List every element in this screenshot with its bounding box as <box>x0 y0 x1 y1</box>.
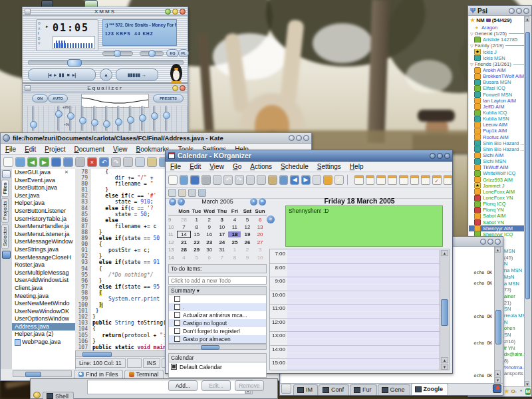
equalizer-toggle-button[interactable]: EQ <box>166 49 179 57</box>
file-item[interactable]: Meeting.java <box>12 293 75 301</box>
balance-slider[interactable] <box>140 51 164 56</box>
file-item[interactable]: UserOptionsWindow <box>12 315 75 323</box>
day-cell[interactable]: 24 <box>215 239 228 245</box>
find-icon[interactable] <box>279 175 289 185</box>
day-cell[interactable]: 5 <box>190 255 203 261</box>
slider-thumb[interactable] <box>55 110 63 118</box>
menu-schedule[interactable]: Schedule <box>281 163 309 170</box>
categories-icon[interactable] <box>198 189 206 197</box>
day-cell[interactable]: 28 <box>178 217 190 223</box>
day-matrix-icon[interactable] <box>188 189 196 197</box>
file-item[interactable]: Helper.java <box>12 200 75 207</box>
day-cell[interactable]: 6 <box>254 217 267 223</box>
next-year-button[interactable]: » <box>259 198 266 205</box>
open-icon[interactable] <box>180 175 189 185</box>
file-item[interactable]: UserEvent.java <box>12 177 75 185</box>
document-icon[interactable] <box>2 170 11 178</box>
tool-tab-terminal[interactable]: Terminal <box>124 370 164 378</box>
copy-icon[interactable] <box>135 157 145 167</box>
clutter-letter[interactable]: O <box>38 21 41 27</box>
paste-icon[interactable] <box>147 157 157 167</box>
todo-summary-column[interactable]: Summary ▾ <box>168 286 267 295</box>
xmms-titlebar[interactable]: XMMS <box>23 7 188 16</box>
day-cell[interactable]: 4 <box>228 217 241 223</box>
next-button[interactable]: ▸| <box>72 72 76 78</box>
file-item[interactable]: User.java <box>12 192 75 200</box>
calendar-resource-item[interactable]: Default Calendar <box>168 362 267 378</box>
maximize-button[interactable] <box>487 239 493 245</box>
terminal-scrollbar[interactable]: ▲ ▲ ▼ <box>494 247 502 383</box>
undo-icon[interactable]: ↶ <box>223 175 233 185</box>
equalizer-titlebar[interactable]: Equalizer <box>23 84 188 92</box>
agenda-expand-button[interactable]: « <box>267 215 275 223</box>
resource-checkbox[interactable] <box>171 364 177 370</box>
slider-thumb[interactable] <box>127 116 134 124</box>
eq-on-button[interactable]: ON <box>32 94 48 102</box>
todo-checkbox[interactable] <box>174 328 180 334</box>
day-cell[interactable]: 19 <box>241 231 253 237</box>
sidebar-tab-files[interactable]: Files <box>1 180 9 197</box>
slider-thumb[interactable] <box>151 112 158 120</box>
next-x-days-view-icon[interactable] <box>399 175 408 185</box>
sidebar-tab-projects[interactable]: Projects <box>1 198 9 223</box>
slider-thumb[interactable] <box>115 118 122 126</box>
hour-row[interactable] <box>287 264 440 278</box>
day-view-icon[interactable] <box>366 175 375 185</box>
print-icon[interactable] <box>201 175 211 185</box>
panel-close-icon[interactable]: ✕ <box>65 170 68 175</box>
equalizer-menu-icon[interactable] <box>25 85 31 91</box>
day-cell[interactable]: 13 <box>254 224 267 230</box>
new-window-icon[interactable] <box>313 175 322 185</box>
xmms-clutterbar[interactable]: OAIDV <box>38 21 41 47</box>
stop-button[interactable]: ■ <box>67 72 70 77</box>
konsole-icon[interactable] <box>493 384 501 393</box>
back-icon[interactable]: ◀ <box>27 157 37 167</box>
minimize-button[interactable] <box>480 239 486 245</box>
options-icon[interactable]: * <box>518 388 523 395</box>
eq-auto-button[interactable]: AUTO <box>48 94 68 102</box>
todo-list-view-icon[interactable]: ✓ <box>432 175 442 185</box>
file-item[interactable]: UserNewWindowOK <box>12 308 75 316</box>
agenda-scrollbar[interactable]: ▲ ▲ ▼ <box>440 250 449 370</box>
file-item[interactable]: UserMenuHandler.ja <box>12 223 75 231</box>
todo-check-icon[interactable]: ✓ <box>334 175 344 185</box>
menu-edit[interactable]: Edit <box>25 146 36 153</box>
save-as-icon[interactable] <box>63 157 73 167</box>
shuffle-repeat-controls[interactable]: ▮▮▮▮▮ → <box>116 68 158 81</box>
all-day-event[interactable]: Shennyshen! :D <box>285 205 443 247</box>
prev-year-button[interactable]: « <box>169 198 176 205</box>
copy-icon[interactable] <box>257 175 266 185</box>
new-session-button[interactable] <box>281 384 291 394</box>
hour-row[interactable] <box>287 346 440 360</box>
eq-band-slider[interactable] <box>93 106 96 131</box>
terminal-tab-gene[interactable]: Gene <box>378 384 410 395</box>
eject-button[interactable]: ▲ <box>100 68 112 81</box>
close-button[interactable] <box>495 239 501 245</box>
day-cell[interactable]: 1 <box>190 217 203 223</box>
agenda-grid[interactable] <box>287 250 440 370</box>
tool-tab-find-in-files[interactable]: Find in Files <box>74 370 123 378</box>
day-cell[interactable]: 27 <box>254 239 267 245</box>
todo-checkbox[interactable] <box>174 312 180 318</box>
filelist-horizontal-scrollbar[interactable] <box>13 370 72 377</box>
day-cell[interactable]: 23 <box>203 239 215 245</box>
journal-icon[interactable] <box>323 175 332 185</box>
eq-band-slider[interactable] <box>153 106 156 131</box>
list-view-icon[interactable] <box>421 175 430 185</box>
day-cell[interactable]: 1 <box>228 247 241 253</box>
timeline-view-icon[interactable] <box>444 175 453 185</box>
day-cell[interactable]: 17 <box>215 231 228 237</box>
menu-actions[interactable]: Actions <box>250 163 272 170</box>
day-cell[interactable]: 20 <box>254 231 267 237</box>
eq-band-slider[interactable] <box>165 106 168 131</box>
todo-checkbox[interactable] <box>174 336 180 342</box>
todo-horizontal-scrollbar[interactable] <box>168 344 267 350</box>
file-item[interactable]: UserMessageWindow <box>12 238 75 246</box>
file-item[interactable]: UserHistoryTable.ja <box>12 215 75 223</box>
terminal-tab-conf[interactable]: Conf <box>319 384 349 395</box>
file-item[interactable]: UserButton.java <box>12 184 75 192</box>
print-icon[interactable] <box>75 157 85 167</box>
korganizer-titlebar[interactable]: Calendar - KOrganizer <box>166 150 452 162</box>
scrollbar-thumb[interactable] <box>525 32 530 299</box>
edit-resource-button[interactable]: Edit... <box>201 380 231 391</box>
